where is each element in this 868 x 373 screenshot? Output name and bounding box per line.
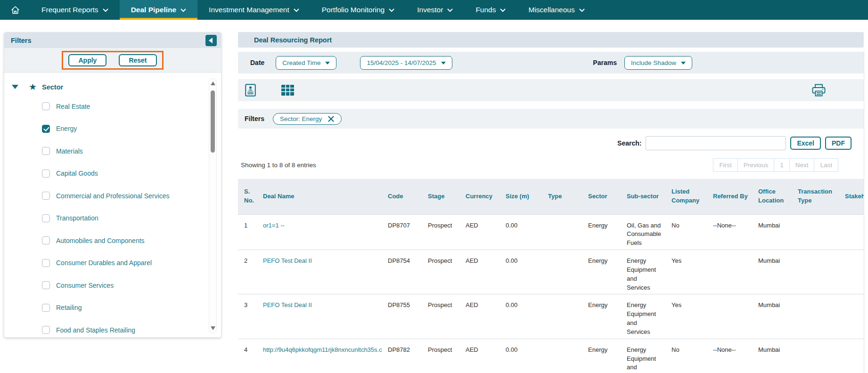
checkbox-unchecked[interactable] xyxy=(42,259,50,267)
pdf-export-button[interactable]: PDF xyxy=(825,137,852,150)
size-cell: 0.00 xyxy=(500,250,542,294)
view-toolbar xyxy=(238,79,864,101)
nav-item-funds[interactable]: Funds xyxy=(464,0,517,20)
date-label: Date xyxy=(250,59,264,66)
checkbox-unchecked[interactable] xyxy=(42,236,50,244)
nav-item-label: Miscellaneous xyxy=(528,6,574,14)
checkbox-unchecked[interactable] xyxy=(42,102,50,110)
page-button-next[interactable]: Next xyxy=(789,158,815,172)
page-button-previous[interactable]: Previous xyxy=(737,158,775,172)
currency-cell: AED xyxy=(459,339,500,373)
scrollbar-thumb[interactable] xyxy=(211,90,215,153)
top-navigation: Frequent ReportsDeal PipelineInvestment … xyxy=(0,0,868,20)
chevron-down-icon xyxy=(294,8,299,12)
sector-option-retailing: Retailing xyxy=(4,297,221,319)
sector-option-label: Consumer Services xyxy=(56,282,114,289)
chevron-down-icon xyxy=(447,8,453,12)
size-cell: 0.00 xyxy=(500,339,542,373)
column-header-deal-name: Deal Name xyxy=(257,179,382,214)
reset-button[interactable]: Reset xyxy=(119,54,156,66)
transaction-cell xyxy=(792,294,839,339)
nav-item-investment-management[interactable]: Investment Management xyxy=(197,0,311,20)
listed-cell: No xyxy=(665,214,707,250)
close-icon[interactable] xyxy=(328,115,335,122)
page-title: Deal Resourcing Report xyxy=(254,36,332,44)
params-value: Include Shadow xyxy=(631,59,676,66)
deal-link[interactable]: or1=1 -- xyxy=(263,222,285,229)
scroll-up-icon[interactable] xyxy=(211,81,215,85)
sector-option-label: Consumer Durables and Apparel xyxy=(56,259,152,267)
referred-by-cell xyxy=(707,250,752,294)
apply-button[interactable]: Apply xyxy=(68,54,106,66)
report-table-wrapper: S. No.Deal NameCodeStageCurrencySize (m)… xyxy=(238,179,864,373)
filter-actions-row: Apply Reset xyxy=(4,48,221,73)
print-icon[interactable] xyxy=(811,83,826,97)
nav-item-investor[interactable]: Investor xyxy=(406,0,464,20)
chevron-down-icon xyxy=(441,62,446,65)
sector-option-label: Transportation xyxy=(56,214,98,222)
column-header-currency: Currency xyxy=(459,179,500,214)
column-header-office-location: Office Location xyxy=(752,179,792,214)
excel-export-button[interactable]: Excel xyxy=(790,137,821,150)
checkbox-unchecked[interactable] xyxy=(42,281,50,289)
checkbox-unchecked[interactable] xyxy=(42,304,50,312)
deal-name-cell: PEFO Test Deal II xyxy=(257,294,382,339)
table-view-icon[interactable] xyxy=(281,85,294,96)
deal-link[interactable]: http://9u4q6pkkofqgm11rjk8nxncunltch35s.… xyxy=(263,346,382,353)
annotation-highlight-box: Apply Reset xyxy=(62,51,163,70)
stakeholder-cell xyxy=(839,294,864,339)
home-button[interactable] xyxy=(0,0,30,20)
chevron-down-icon[interactable] xyxy=(12,85,18,89)
nav-item-portfolio-monitoring[interactable]: Portfolio Monitoring xyxy=(311,0,406,20)
size-cell: 0.00 xyxy=(500,294,542,339)
date-range-dropdown[interactable]: 15/04/2025 - 14/07/2025 xyxy=(360,56,452,70)
checkbox-checked[interactable] xyxy=(42,125,50,133)
params-group: Params Include Shadow xyxy=(593,56,692,70)
nav-item-deal-pipeline[interactable]: Deal Pipeline xyxy=(120,0,197,20)
page-button-first[interactable]: First xyxy=(713,158,737,172)
deal-link[interactable]: PEFO Test Deal II xyxy=(263,257,312,264)
checkbox-unchecked[interactable] xyxy=(42,170,50,178)
office-cell: Mumbai xyxy=(752,214,792,250)
currency-cell: AED xyxy=(459,250,500,294)
table-meta-row: Showing 1 to 8 of 8 entries FirstPreviou… xyxy=(238,158,864,172)
search-input[interactable] xyxy=(646,136,786,150)
sector-option-label: Retailing xyxy=(56,304,82,311)
page-button-1[interactable]: 1 xyxy=(774,158,790,172)
page-button-last[interactable]: Last xyxy=(814,158,838,172)
deal-name-cell: http://9u4q6pkkofqgm11rjk8nxncunltch35s.… xyxy=(257,339,382,373)
filters-panel: Filters Apply Reset ★ Sector Real Estate… xyxy=(4,32,221,338)
stakeholder-cell xyxy=(839,339,864,373)
sector-group-header: ★ Sector xyxy=(12,82,221,91)
column-header-type: Type xyxy=(542,179,582,214)
pagination: FirstPrevious1NextLast xyxy=(713,158,838,172)
sector-option-real-estate: Real Estate xyxy=(4,95,221,118)
column-header-sector: Sector xyxy=(582,179,621,214)
column-header-stage: Stage xyxy=(422,179,459,214)
main-scrollbar-track[interactable] xyxy=(864,51,864,373)
star-icon[interactable]: ★ xyxy=(29,82,37,91)
report-title-bar: Deal Resourcing Report xyxy=(238,32,864,48)
nav-item-frequent-reports[interactable]: Frequent Reports xyxy=(30,0,120,20)
column-header-size-m-: Size (m) xyxy=(500,179,542,214)
checkbox-unchecked[interactable] xyxy=(42,147,50,155)
filter-chip-sector-energy[interactable]: Sector: Energy xyxy=(273,113,342,125)
checkbox-unchecked[interactable] xyxy=(42,192,50,200)
checkbox-unchecked[interactable] xyxy=(42,326,50,334)
column-header-transaction-type: Transaction Type xyxy=(792,179,839,214)
scroll-down-icon[interactable] xyxy=(211,326,215,330)
params-dropdown[interactable]: Include Shadow xyxy=(624,56,692,70)
sidebar-scrollbar[interactable] xyxy=(209,78,217,333)
referred-by-cell: --None-- xyxy=(707,339,752,373)
sub-sector-cell: Oil, Gas and Consumable Fuels xyxy=(621,214,665,250)
date-type-dropdown[interactable]: Created Time xyxy=(276,56,336,70)
report-panel: Deal Resourcing Report Date Created Time… xyxy=(238,32,864,373)
collapse-panel-button[interactable] xyxy=(205,35,217,46)
report-view-icon[interactable] xyxy=(245,84,256,97)
chevron-down-icon xyxy=(500,8,506,12)
nav-item-label: Deal Pipeline xyxy=(131,6,176,14)
deal-link[interactable]: PEFO Test Deal II xyxy=(263,301,312,308)
checkbox-unchecked[interactable] xyxy=(42,214,50,222)
nav-item-miscellaneous[interactable]: Miscellaneous xyxy=(517,0,596,20)
table-header-row: S. No.Deal NameCodeStageCurrencySize (m)… xyxy=(238,179,864,214)
